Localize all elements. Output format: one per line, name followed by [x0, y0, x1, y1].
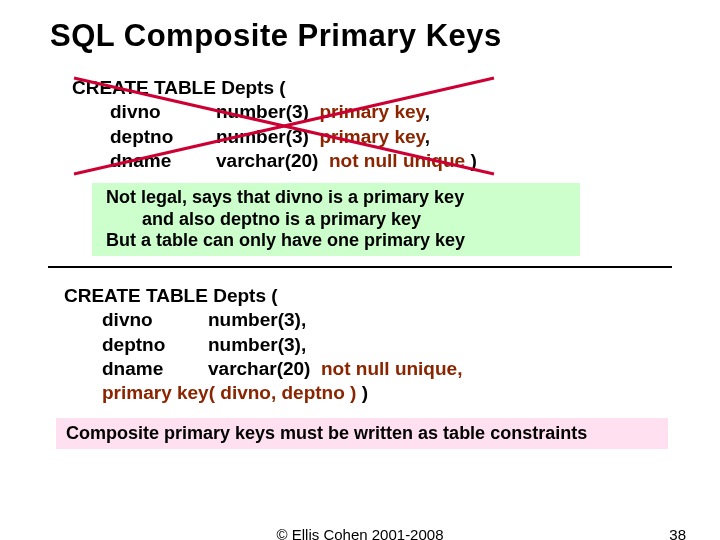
copyright: © Ellis Cohen 2001-2008 [277, 526, 444, 540]
note-composite: Composite primary keys must be written a… [56, 418, 668, 449]
note-illegal: Not legal, says that divno is a primary … [92, 183, 580, 256]
note-line: and also deptno is a primary key [106, 209, 566, 231]
code-line: dnamevarchar(20) not null unique, [64, 357, 720, 381]
code-line: CREATE TABLE Depts ( [72, 76, 720, 100]
section-divider [48, 266, 672, 268]
code-line: deptnonumber(3), [64, 333, 720, 357]
code-line: CREATE TABLE Depts ( [64, 284, 720, 308]
code-line: primary key( divno, deptno ) ) [64, 381, 720, 405]
sql-block-correct: CREATE TABLE Depts ( divnonumber(3), dep… [64, 284, 720, 406]
code-line: deptnonumber(3) primary key, [72, 125, 720, 149]
note-line: Not legal, says that divno is a primary … [106, 187, 464, 207]
slide: SQL Composite Primary Keys CREATE TABLE … [0, 0, 720, 540]
code-line: dnamevarchar(20) not null unique ) [72, 149, 720, 173]
code-line: divnonumber(3), [64, 308, 720, 332]
page-number: 38 [669, 526, 686, 540]
slide-title: SQL Composite Primary Keys [0, 0, 720, 62]
note-line: But a table can only have one primary ke… [106, 230, 465, 250]
sql-block-illegal: CREATE TABLE Depts ( divnonumber(3) prim… [72, 76, 720, 173]
code-line: divnonumber(3) primary key, [72, 100, 720, 124]
